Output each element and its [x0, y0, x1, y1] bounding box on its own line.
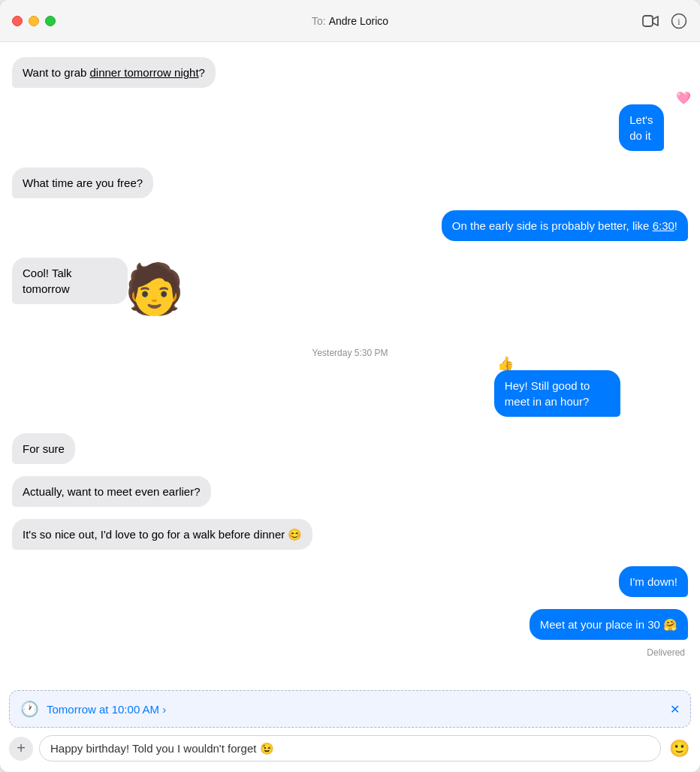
titlebar-right: i — [641, 12, 688, 30]
to-label: To: — [312, 15, 326, 27]
memoji-sticker: 🧑 — [124, 264, 185, 313]
delivered-status: Delivered — [12, 647, 685, 658]
messages-window: To: Andre Lorico i Want to grab dinn — [0, 0, 700, 772]
add-button[interactable]: + — [9, 737, 33, 761]
video-call-button[interactable] — [641, 12, 659, 30]
clock-icon: 🕐 — [20, 700, 39, 718]
info-button[interactable]: i — [670, 12, 688, 30]
message-bubble: Meet at your place in 30 🤗 — [530, 609, 688, 640]
scheduled-banner: 🕐 Tomorrow at 10:00 AM › ✕ — [9, 690, 691, 728]
message-bubble: It's so nice out, I'd love to go for a w… — [12, 519, 312, 550]
message-row: Actually, want to meet even earlier? — [12, 476, 688, 507]
message-row: I'm down! — [12, 566, 688, 597]
message-row: What time are you free? — [12, 167, 688, 198]
messages-area: Want to grab dinner tomorrow night? 🩷 Le… — [0, 42, 700, 687]
message-bubble: Hey! Still good to meet in an hour? — [494, 370, 620, 417]
underline-text: dinner tomorrow night — [90, 66, 199, 79]
message-bubble: On the early side is probably better, li… — [442, 210, 688, 241]
traffic-lights — [12, 16, 56, 26]
minimize-button[interactable] — [29, 16, 39, 26]
scheduled-close-button[interactable]: ✕ — [670, 702, 680, 716]
timestamp: Yesterday 5:30 PM — [12, 348, 688, 358]
message-row: Meet at your place in 30 🤗 — [12, 609, 688, 640]
chevron-icon: › — [162, 703, 166, 716]
input-bar: + 🙂 — [0, 728, 700, 772]
message-row: On the early side is probably better, li… — [12, 210, 688, 241]
message-bubble: Let's do it — [619, 104, 664, 151]
message-input[interactable] — [39, 735, 661, 761]
memoji-message: Cool! Talk tomorrow 🧑 — [12, 258, 189, 304]
message-bubble: What time are you free? — [12, 167, 153, 198]
message-row: 👍 Hey! Still good to meet in an hour? — [12, 370, 688, 417]
svg-rect-0 — [643, 16, 653, 26]
message-bubble: Cool! Talk tomorrow — [12, 258, 128, 304]
emoji-picker-button[interactable]: 🙂 — [667, 737, 691, 761]
svg-text:i: i — [677, 16, 680, 26]
titlebar: To: Andre Lorico i — [0, 0, 700, 42]
scheduled-time[interactable]: Tomorrow at 10:00 AM › — [47, 703, 656, 716]
contact-name: Andre Lorico — [329, 15, 388, 27]
message-row: Cool! Talk tomorrow 🧑 — [12, 258, 688, 304]
titlebar-center: To: Andre Lorico — [312, 15, 388, 27]
message-row: It's so nice out, I'd love to go for a w… — [12, 519, 688, 550]
message-bubble: Actually, want to meet even earlier? — [12, 476, 211, 507]
plus-icon: + — [17, 740, 26, 757]
close-button[interactable] — [12, 16, 23, 26]
message-bubble: For sure — [12, 433, 75, 464]
message-row: 🩷 Let's do it — [12, 104, 688, 151]
maximize-button[interactable] — [45, 16, 56, 26]
message-bubble: Want to grab dinner tomorrow night? — [12, 57, 216, 88]
emoji-icon: 🙂 — [669, 739, 689, 758]
message-row: For sure — [12, 433, 688, 464]
message-row: Want to grab dinner tomorrow night? — [12, 57, 688, 88]
message-bubble: I'm down! — [619, 566, 688, 597]
